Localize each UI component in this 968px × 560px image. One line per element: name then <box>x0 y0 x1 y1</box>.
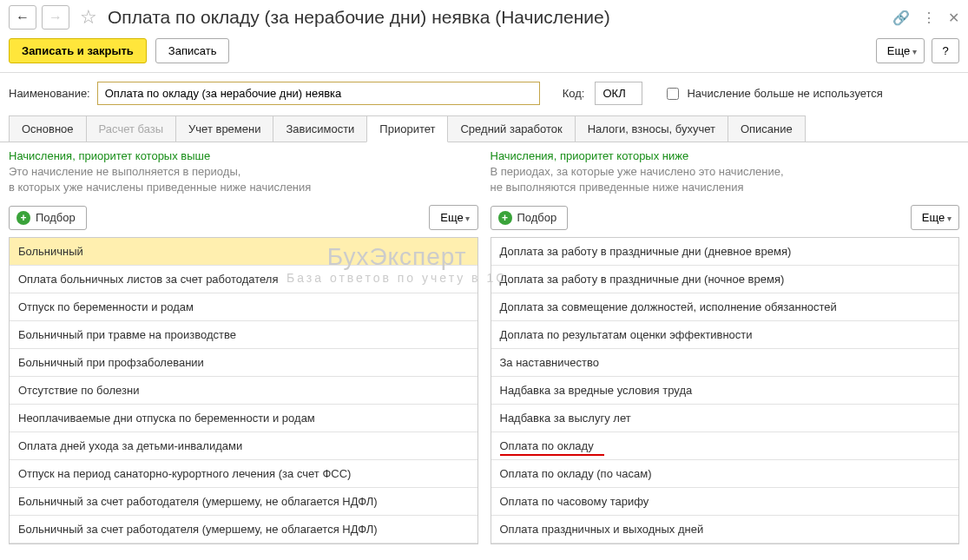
favorite-icon[interactable]: ☆ <box>80 6 97 29</box>
close-icon[interactable]: ✕ <box>948 10 959 26</box>
priority-panels: Начисления, приоритет которых выше Это н… <box>0 142 968 544</box>
tab-avg[interactable]: Средний заработок <box>447 115 575 142</box>
panel-higher-priority: Начисления, приоритет которых выше Это н… <box>9 149 478 544</box>
list-item[interactable]: Оплата по окладу <box>491 432 959 460</box>
list-item[interactable]: Доплата по результатам оценки эффективно… <box>491 321 959 349</box>
panel-right-title: Начисления, приоритет которых ниже <box>491 149 960 162</box>
nav-forward-button[interactable]: → <box>42 5 69 30</box>
list-item[interactable]: Больничный <box>10 238 477 266</box>
toolbar: Записать и закрыть Записать Еще ? <box>0 35 968 73</box>
plus-icon: + <box>16 211 30 225</box>
plus-icon: + <box>498 211 512 225</box>
tab-taxes[interactable]: Налоги, взносы, бухучет <box>575 115 728 142</box>
save-and-close-button[interactable]: Записать и закрыть <box>9 38 147 63</box>
page-title: Оплата по окладу (за нерабочие дни) неяв… <box>108 7 610 28</box>
code-input[interactable] <box>595 82 642 105</box>
list-item[interactable]: Надбавка за вредные условия труда <box>491 377 959 405</box>
list-item[interactable]: Больничный за счет работодателя (умершем… <box>10 488 477 516</box>
nav-back-button[interactable]: ← <box>9 5 36 30</box>
discontinued-label: Начисление больше не используется <box>687 87 882 100</box>
list-left[interactable]: БольничныйОплата больничных листов за сч… <box>9 237 478 544</box>
kebab-icon[interactable]: ⋮ <box>922 10 936 26</box>
tabs: Основное Расчет базы Учет времени Зависи… <box>0 115 968 142</box>
list-item[interactable]: Доплата за совмещение должностей, исполн… <box>491 293 959 321</box>
list-item[interactable]: Оплата праздничных и выходных дней <box>491 516 959 544</box>
discontinued-checkbox-input[interactable] <box>667 88 679 100</box>
tab-deps[interactable]: Зависимости <box>273 115 367 142</box>
tab-time[interactable]: Учет времени <box>175 115 273 142</box>
panel-right-hint: В периодах, за которые уже начислено это… <box>491 164 960 194</box>
link-icon[interactable]: 🔗 <box>892 10 910 26</box>
tab-base: Расчет базы <box>86 115 177 142</box>
list-item[interactable]: Неоплачиваемые дни отпуска по беременнос… <box>10 405 477 432</box>
tab-priority[interactable]: Приоритет <box>366 115 448 142</box>
panel-right-more-button[interactable]: Еще <box>911 205 959 230</box>
panel-left-hint: Это начисление не выполняется в периоды,… <box>9 164 478 194</box>
form-row: Наименование: Код: Начисление больше не … <box>0 73 968 115</box>
panel-lower-priority: Начисления, приоритет которых ниже В пер… <box>491 149 960 544</box>
list-item[interactable]: Доплата за работу в праздничные дни (ноч… <box>491 266 959 293</box>
list-item[interactable]: Отсутствие по болезни <box>10 377 477 405</box>
discontinued-checkbox[interactable]: Начисление больше не используется <box>663 85 882 102</box>
list-item[interactable]: Отпуск по беременности и родам <box>10 293 477 321</box>
window-header: ← → ☆ Оплата по окладу (за нерабочие дни… <box>0 0 968 35</box>
list-item[interactable]: За наставничество <box>491 349 959 377</box>
pick-button-left[interactable]: + Подбор <box>9 206 87 230</box>
list-item[interactable]: Оплата по часовому тарифу <box>491 488 959 516</box>
list-item[interactable]: Доплата за работу в праздничные дни (дне… <box>491 238 959 266</box>
pick-button-right[interactable]: + Подбор <box>491 206 569 230</box>
list-item[interactable]: Оплата дней ухода за детьми-инвалидами <box>10 432 477 460</box>
list-item[interactable]: Больничный за счет работодателя (умершем… <box>10 516 477 544</box>
tab-main[interactable]: Основное <box>9 115 87 142</box>
list-item[interactable]: Больничный при травме на производстве <box>10 321 477 349</box>
help-button[interactable]: ? <box>932 38 959 63</box>
list-item[interactable]: Оплата по окладу (по часам) <box>491 460 959 488</box>
save-button[interactable]: Записать <box>155 38 230 63</box>
list-item[interactable]: Отпуск на период санаторно-курортного ле… <box>10 460 477 488</box>
tab-descr[interactable]: Описание <box>728 115 806 142</box>
code-label: Код: <box>563 87 585 100</box>
panel-left-more-button[interactable]: Еще <box>429 205 477 230</box>
panel-left-title: Начисления, приоритет которых выше <box>9 149 478 162</box>
name-label: Наименование: <box>9 87 90 100</box>
name-input[interactable] <box>97 82 540 105</box>
list-item[interactable]: Оплата больничных листов за счет работод… <box>10 266 477 293</box>
more-button[interactable]: Еще <box>876 38 925 63</box>
list-item[interactable]: Больничный при профзаболевании <box>10 349 477 377</box>
list-item[interactable]: Надбавка за выслугу лет <box>491 405 959 432</box>
list-right[interactable]: Доплата за работу в праздничные дни (дне… <box>491 237 960 544</box>
